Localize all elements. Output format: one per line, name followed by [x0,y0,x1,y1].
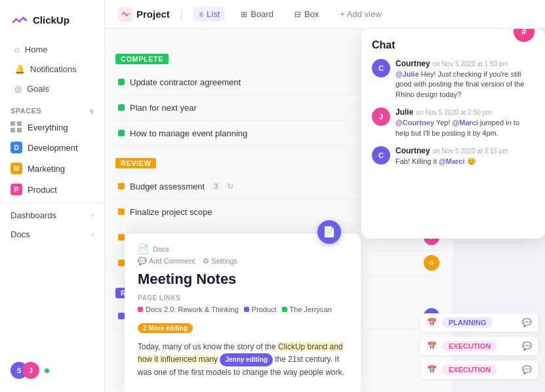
calendar-icon: 📅 [427,318,437,327]
sidebar-item-development[interactable]: D Development [0,138,104,157]
task-name: Budget assessment [130,182,205,191]
task-status-dot [118,130,125,136]
task-status-dot [118,79,125,85]
chip-row[interactable]: 📅 EXECUTION 💬 [420,361,538,379]
chat-message-1: C Courtney on Nov 5 2020 at 1:50 pm @Jul… [372,59,535,100]
calendar-icon: 📅 [427,342,437,351]
task-name: Plan for next year [130,103,197,113]
sidebar-item-notifications-label: Notifications [30,64,77,74]
sidebar-item-everything[interactable]: Everything [0,117,104,137]
docs-link-chip[interactable]: The Jerrycan [282,305,332,313]
chat-mention: @Courtney [395,119,434,127]
link-label: The Jerrycan [290,305,332,313]
box-tab-label: Box [304,9,319,19]
sidebar-item-home-label: Home [25,45,48,54]
chip-label: EXECUTION [442,341,497,351]
chat-mention: @Marci [439,157,464,165]
chat-time: on Nov 5 2020 at 2:50 pm [416,109,491,116]
section-label-review: REVIEW [115,158,156,168]
add-view-button[interactable]: + Add view [334,7,386,22]
docs-link-chip[interactable]: Docs 2.0: Rework & Thinking [138,305,239,313]
task-left: Plan for next year [118,103,197,113]
product-label: Product [28,185,57,195]
sidebar-item-docs[interactable]: Docs › [0,225,104,244]
docs-actions: 💬 Add Comment ⚙ Settings [138,257,348,265]
sidebar-item-goals-label: Goals [27,84,49,94]
task-left: Budget assessment 3 ↻ [118,182,233,191]
bell-icon: 🔔 [14,64,25,74]
add-comment-label: Add Comment [149,257,195,265]
marketing-dot: M [10,163,22,174]
add-comment-button[interactable]: 💬 Add Comment [138,257,195,265]
chip-label: EXECUTION [442,364,497,375]
chip-left: 📅 EXECUTION [427,364,497,375]
calendar-icon: 📅 [427,365,437,374]
sidebar-item-notifications[interactable]: 🔔 Notifications [4,60,100,79]
product-dot: P [10,184,22,195]
chat-sender: Courtney [395,59,430,68]
chat-avatar-courtney: C [372,59,390,77]
spaces-header: Spaces ∨ [0,102,104,117]
sidebar-user[interactable]: S J [0,355,104,385]
task-status-dot [118,208,125,215]
view-tab-list[interactable]: ≡ List [193,7,225,22]
content-area: ASSIGNEE COMPLETE Update contractor agre… [105,29,545,392]
goals-icon: ◎ [14,84,22,94]
docs-links: Docs 2.0: Rework & Thinking Product The … [138,305,348,313]
chat-icon: 💬 [522,365,532,374]
refresh-icon: ↻ [227,182,233,191]
link-dot [244,307,249,312]
chip-row[interactable]: 📅 PLANNING 💬 [420,313,538,332]
comment-icon: 💬 [138,257,147,265]
add-view-label: + Add view [340,9,381,19]
chat-msg-body: Courtney on Nov 5 2020 at 1:50 pm @Julie… [395,59,535,100]
sidebar-bottom: Dashboards › Docs › [0,203,104,246]
dashboards-label: Dashboards [10,210,56,220]
dashboards-chevron-icon: › [92,212,94,219]
sidebar-item-product[interactable]: P Product [0,180,104,199]
task-status-dot [118,260,125,266]
docs-content: Today, many of us know the story of the … [138,341,348,379]
task-avatar: G [424,255,439,271]
chip-row[interactable]: 📅 EXECUTION 💬 [420,337,538,355]
sidebar-item-goals[interactable]: ◎ Goals [4,79,100,98]
user-online-dot [45,368,49,373]
box-icon: ⊟ [294,10,301,19]
logo-text: ClickUp [33,14,70,26]
page-links-label: PAGE LINKS [138,294,348,302]
chat-time: on Nov 5 2020 at 3:15 pm [433,147,508,155]
view-tab-board[interactable]: ⊞ Board [235,7,279,22]
user-avatars: S J [10,362,39,379]
main-content: Project | ≡ List ⊞ Board ⊟ Box + Add vie… [105,0,545,392]
task-left: How to manage event planning [118,128,247,138]
list-tab-label: List [207,9,220,19]
task-status-dot [118,183,125,189]
sidebar-item-home[interactable]: ⌂ Home [4,40,100,59]
view-tab-box[interactable]: ⊟ Box [289,7,324,22]
task-status-dot [118,313,125,319]
chip-label: PLANNING [442,317,493,328]
chat-avatar-courtney2: C [372,146,390,165]
chip-left: 📅 PLANNING [427,317,493,328]
docs-chevron-icon: › [92,231,94,238]
board-tab-label: Board [251,9,273,19]
docs-floating-icon[interactable]: 📄 [317,220,341,244]
chat-msg-body: Courtney on Nov 5 2020 at 3:15 pm Fab! K… [395,146,508,167]
chat-text: @Courtney Yep! @Marci jumped in to help … [395,118,535,138]
chat-msg-header: Courtney on Nov 5 2020 at 1:50 pm [395,59,535,68]
settings-icon: ⚙ [203,257,209,265]
project-icon [118,7,132,22]
everything-icon [10,121,22,133]
docs-overlay-label: Docs [153,245,169,253]
sidebar-item-marketing[interactable]: M Marketing [0,159,104,178]
sidebar-item-dashboards[interactable]: Dashboards › [0,206,104,225]
chat-sender: Courtney [395,146,430,155]
project-title: Project [136,9,170,20]
docs-link-chip[interactable]: Product [244,305,277,313]
board-icon: ⊞ [241,10,247,19]
link-dot [282,307,287,312]
chat-icon: 💬 [522,318,532,327]
task-left: Update contractor agreement [118,77,241,87]
chat-msg-body: Julie on Nov 5 2020 at 2:50 pm @Courtney… [395,108,535,138]
settings-button[interactable]: ⚙ Settings [203,257,237,265]
